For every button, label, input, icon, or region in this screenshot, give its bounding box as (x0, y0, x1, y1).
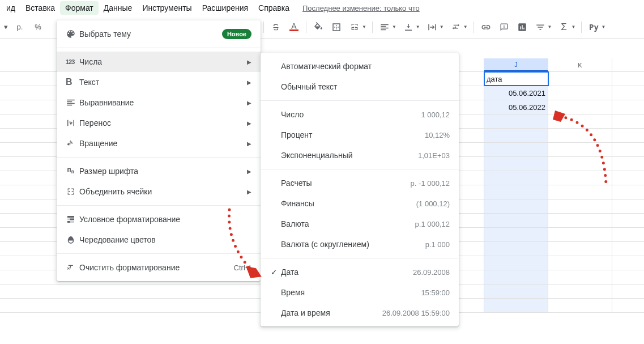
fill-color-icon[interactable] (310, 19, 327, 36)
cell-j[interactable] (484, 284, 548, 298)
percent-format-btn[interactable]: % (29, 19, 46, 36)
chevron-down-icon[interactable]: ▼ (463, 24, 468, 29)
format-time[interactable]: Время 15:59:00 (261, 282, 459, 303)
chevron-down-icon[interactable]: ▼ (416, 24, 420, 29)
insert-chart-icon[interactable] (514, 19, 531, 36)
format-percent[interactable]: Процент 10,12% (261, 125, 459, 145)
currency-format-btn[interactable]: р. (11, 19, 28, 36)
menu-item-theme[interactable]: Выбрать тему Новое (57, 24, 261, 44)
cell-k[interactable] (548, 171, 612, 185)
text-wrap-icon[interactable] (424, 19, 441, 36)
format-date[interactable]: ✓ Дата 26.09.2008 (261, 262, 459, 282)
menu-extensions[interactable]: Расширения (197, 1, 253, 15)
cell-k3[interactable] (548, 100, 612, 114)
text-color-btn[interactable]: A (285, 19, 302, 36)
cell-k[interactable] (548, 143, 612, 156)
vertical-align-icon[interactable] (400, 19, 417, 36)
cell-j[interactable] (484, 228, 548, 241)
cell-k[interactable] (548, 284, 612, 298)
cell-j[interactable] (484, 143, 548, 156)
last-edit-link[interactable]: Последнее изменение: только что (302, 4, 420, 12)
cell-j[interactable] (484, 157, 548, 171)
cell-k[interactable] (548, 114, 612, 128)
merge-cells-icon[interactable] (346, 19, 363, 36)
cell-blank[interactable] (612, 100, 644, 114)
cell-blank[interactable] (612, 228, 644, 241)
cell-j[interactable] (484, 242, 548, 256)
cell-k[interactable] (548, 129, 612, 142)
menu-item-conditional[interactable]: Условное форматирование (57, 209, 261, 230)
cell-j1[interactable]: дата (484, 72, 548, 86)
python-btn[interactable]: Py (585, 19, 602, 36)
format-auto[interactable]: Автоматический формат (261, 56, 459, 77)
cell-blank[interactable] (612, 157, 644, 171)
cell-k2[interactable] (548, 86, 612, 100)
borders-icon[interactable] (328, 19, 345, 36)
menu-item-wrap[interactable]: Перенос ▶ (57, 113, 261, 133)
cell-blank[interactable] (612, 171, 644, 185)
cell-blank[interactable] (612, 270, 644, 284)
cell-j[interactable] (484, 185, 548, 199)
menu-item-merge[interactable]: Объединить ячейки ▶ (57, 181, 261, 202)
cell-blank[interactable] (612, 72, 644, 86)
cell-k[interactable] (548, 185, 612, 199)
col-header-k[interactable]: K (548, 58, 612, 71)
cell-j2[interactable]: 05.06.2021 (484, 86, 548, 100)
format-currency-rounded[interactable]: Валюта (с округлением) р.1 000 (261, 234, 459, 254)
cell-j[interactable] (484, 299, 548, 312)
chevron-down-icon[interactable]: ▼ (548, 24, 552, 29)
format-currency[interactable]: Валюта р.1 000,12 (261, 214, 459, 234)
menu-view[interactable]: ид (1, 1, 20, 15)
cell-k[interactable] (548, 256, 612, 270)
cell-blank[interactable] (612, 214, 644, 227)
cell-blank[interactable] (612, 114, 644, 128)
cell-j[interactable] (484, 171, 548, 185)
cell-k[interactable] (548, 157, 612, 171)
format-scientific[interactable]: Экспоненциальный 1,01E+03 (261, 145, 459, 165)
cell-j[interactable] (484, 199, 548, 213)
chevron-down-icon[interactable]: ▼ (601, 24, 605, 29)
cell-k[interactable] (548, 214, 612, 227)
cell-k1[interactable] (548, 72, 612, 86)
menu-help[interactable]: Справка (253, 1, 295, 15)
cell-j[interactable] (484, 214, 548, 227)
menu-data[interactable]: Данные (99, 1, 138, 15)
menu-insert[interactable]: Вставка (20, 1, 60, 15)
cell-blank[interactable] (612, 284, 644, 298)
cell-j[interactable] (484, 114, 548, 128)
cell-k[interactable] (548, 270, 612, 284)
cell-j[interactable] (484, 270, 548, 284)
filter-icon[interactable] (532, 19, 549, 36)
cell-k[interactable] (548, 299, 612, 312)
cell-k[interactable] (548, 228, 612, 241)
cell-blank[interactable] (612, 129, 644, 142)
col-header-j[interactable]: J (484, 58, 548, 71)
cell-k[interactable] (548, 242, 612, 256)
cell-blank[interactable] (612, 199, 644, 213)
menu-item-clear-format[interactable]: Очистить форматирование Ctrl+\ (57, 257, 261, 278)
format-financial[interactable]: Финансы (1 000,12) (261, 193, 459, 214)
menu-tools[interactable]: Инструменты (137, 1, 197, 15)
menu-format[interactable]: Формат (60, 1, 99, 15)
menu-item-alternating[interactable]: Чередование цветов (57, 230, 261, 250)
format-number[interactable]: Число 1 000,12 (261, 104, 459, 125)
chevron-down-icon[interactable]: ▼ (572, 24, 576, 29)
cell-j3[interactable]: 05.06.2022 (484, 100, 548, 114)
format-plain-text[interactable]: Обычный текст (261, 77, 459, 97)
functions-icon[interactable]: Σ (556, 19, 573, 36)
cell-blank[interactable] (612, 143, 644, 156)
cell-j[interactable] (484, 256, 548, 270)
cell-blank[interactable] (612, 256, 644, 270)
cell-j[interactable] (484, 129, 548, 142)
insert-comment-icon[interactable] (496, 19, 513, 36)
format-datetime[interactable]: Дата и время 26.09.2008 15:59:00 (261, 303, 459, 323)
insert-link-icon[interactable] (477, 19, 494, 36)
cell-blank[interactable] (612, 299, 644, 312)
chevron-down-icon[interactable]: ▼ (362, 24, 366, 29)
menu-item-font-size[interactable]: Размер шрифта ▶ (57, 161, 261, 181)
menu-item-numbers[interactable]: 123 Числа ▶ (57, 52, 261, 72)
menu-item-align[interactable]: Выравнивание ▶ (57, 92, 261, 113)
strikethrough-icon[interactable] (267, 19, 284, 36)
chevron-down-icon[interactable]: ▼ (440, 24, 444, 29)
menu-item-text[interactable]: B Текст ▶ (57, 72, 261, 92)
